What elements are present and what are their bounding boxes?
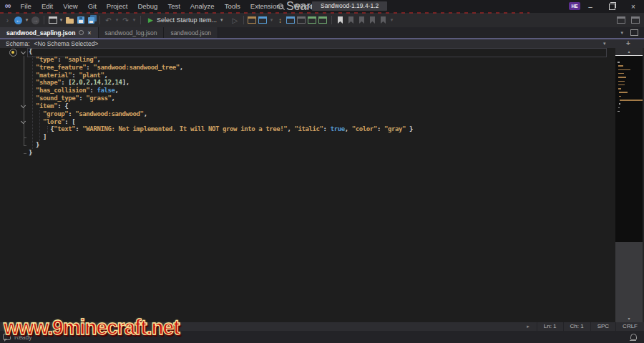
scroll-down-icon[interactable]: ▾ [615, 316, 643, 321]
pin-window-icon[interactable] [631, 16, 640, 24]
start-without-debugging-icon[interactable]: ▷ [230, 14, 240, 26]
next-bookmark-icon [359, 16, 364, 24]
schema-label: Schema: [0, 40, 34, 47]
prev-bookmark-icon [348, 16, 353, 24]
clear-bookmarks-icon [370, 16, 375, 24]
tab-sandwood_log-json[interactable]: sandwood_log.json [99, 27, 165, 38]
start-play-icon: ▶ [148, 16, 153, 24]
tab-close-icon[interactable]: × [87, 29, 91, 37]
menu-debug[interactable]: Debug [132, 0, 162, 13]
start-debug-button[interactable]: ▶Select Startup Item...▾ [144, 16, 230, 24]
menu-edit[interactable]: Edit [36, 0, 58, 13]
attach-to-process-icon[interactable] [248, 14, 257, 26]
window-green-icon[interactable] [308, 14, 317, 26]
menu-git[interactable]: Git [83, 0, 102, 13]
editor-footer-right: ▸ Ln: 1 Ch: 1 SPC CRLF [527, 322, 644, 331]
code-line-3[interactable]: "tree_feature": "sandwood:sandwood_tree"… [29, 64, 413, 72]
code-line-12[interactable]: ] [29, 133, 413, 141]
send-feedback-icon[interactable] [617, 16, 625, 24]
open-folder-icon [66, 19, 74, 24]
clear-bookmarks-icon[interactable] [368, 14, 377, 26]
code-text[interactable]: { "type": "sapling", "tree_feature": "sa… [29, 48, 413, 157]
menu-file[interactable]: File [16, 0, 36, 13]
toolbar-right [617, 13, 640, 27]
copy-outline-icon[interactable] [297, 14, 306, 26]
redo-icon[interactable]: ↷ [121, 14, 130, 26]
new-project-dropdown[interactable]: ▾ [59, 14, 64, 26]
line-ending-indicator[interactable]: CRLF [615, 322, 644, 331]
menu-project[interactable]: Project [102, 0, 133, 13]
split-editor-handle[interactable]: + [622, 39, 635, 47]
menu-analyze[interactable]: Analyze [185, 0, 220, 13]
open-documents-dropdown-icon[interactable]: ▾ [620, 30, 623, 36]
toolbar-separator [44, 16, 44, 24]
menu-tools[interactable]: Tools [220, 0, 245, 13]
notifications-bell-icon[interactable] [630, 334, 637, 340]
preview-window-icon[interactable] [258, 14, 268, 26]
navigate-updown-icon[interactable]: ↕ [275, 14, 285, 26]
schema-selector[interactable]: <No Schema Selected> [34, 40, 99, 47]
float-window-icon[interactable] [630, 29, 638, 36]
menu-test[interactable]: Test [162, 0, 185, 13]
tab-sandwood-json[interactable]: sandwood.json [164, 27, 218, 38]
redo-dropdown[interactable]: ▾ [132, 14, 137, 26]
code-line-8[interactable]: "item": { [29, 102, 413, 110]
minimap-line-mark [618, 73, 624, 74]
char-indicator[interactable]: Ch: 1 [563, 322, 590, 331]
code-line-11[interactable]: {"text": "WARNING: Not implemented. It w… [29, 125, 413, 133]
code-line-4[interactable]: "material": "plant", [29, 72, 413, 79]
close-button[interactable]: × [623, 0, 644, 13]
fold-collapse-icon[interactable] [21, 49, 26, 54]
code-line-9[interactable]: "group": "sandwood:sandwood", [29, 110, 413, 118]
code-line-10[interactable]: "lore": [ [29, 118, 413, 126]
navigate-backward-dropdown[interactable]: ▾ [24, 14, 29, 26]
tabbar-right: ▾ [620, 27, 644, 38]
bookmark-window-icon[interactable] [379, 14, 388, 26]
toolbar-overflow-start-icon[interactable]: › [3, 14, 12, 26]
fold-end-tick [24, 145, 26, 146]
fold-guide-line [24, 56, 24, 146]
code-line-6[interactable]: "has_collision": false, [29, 87, 413, 95]
code-line-7[interactable]: "sound_type": "grass", [29, 95, 413, 102]
line-indicator[interactable]: Ln: 1 [537, 322, 563, 331]
undo-dropdown[interactable]: ▾ [114, 14, 119, 26]
code-line-2[interactable]: "type": "sapling", [29, 56, 413, 64]
navigate-backward-icon[interactable]: ← [14, 14, 23, 26]
prev-bookmark-icon[interactable] [346, 14, 356, 26]
toggle-bookmark-icon[interactable] [336, 14, 345, 26]
save-icon[interactable] [76, 14, 85, 26]
code-editor[interactable]: { "type": "sapling", "tree_feature": "sa… [0, 48, 644, 322]
window-title: Sandwood-1.19.4-1.2 [312, 1, 387, 11]
restore-button[interactable] [601, 0, 623, 13]
navigate-forward-icon[interactable]: → [31, 14, 40, 26]
code-line-14[interactable]: } [29, 149, 413, 157]
insert-mode-indicator[interactable]: SPC [590, 322, 615, 331]
quick-actions-lightbulb-icon[interactable] [9, 49, 17, 57]
code-line-13[interactable]: } [29, 141, 413, 149]
scroll-up-icon[interactable]: ▴ [615, 48, 643, 55]
search-icon [278, 4, 283, 9]
save-all-icon[interactable] [87, 14, 96, 26]
menu-view[interactable]: View [58, 0, 82, 13]
tab-sandwood_sapling-json[interactable]: sandwood_sapling.json× [0, 27, 99, 38]
minimap[interactable] [615, 55, 643, 242]
scrollbar-column[interactable]: ▴ ▾ [615, 48, 643, 322]
pointer-select-icon[interactable] [286, 14, 296, 26]
code-line-5[interactable]: "shape": [2,0,2,14,12,14], [29, 79, 413, 87]
document-tab-bar: sandwood_sapling.json×sandwood_log.jsons… [0, 27, 644, 38]
window-green-2-icon[interactable] [318, 14, 328, 26]
minimize-button[interactable]: – [580, 0, 601, 13]
code-line-1[interactable]: { [29, 48, 413, 56]
new-project-icon[interactable] [48, 14, 57, 26]
toggle-bookmark-icon [338, 16, 343, 24]
tab-pin-icon[interactable] [79, 30, 84, 35]
next-bookmark-icon[interactable] [357, 14, 366, 26]
toolbar-separator [140, 16, 141, 24]
schema-dropdown-caret-icon[interactable]: ▾ [603, 41, 606, 47]
toolbar-options-dropdown[interactable]: ▾ [389, 14, 394, 26]
account-avatar[interactable]: HE [569, 2, 580, 10]
open-folder-icon[interactable] [65, 14, 74, 26]
preview-window-dropdown[interactable]: ▾ [269, 14, 274, 26]
scroll-right-icon[interactable]: ▸ [527, 324, 530, 329]
undo-icon[interactable]: ↶ [104, 14, 113, 26]
